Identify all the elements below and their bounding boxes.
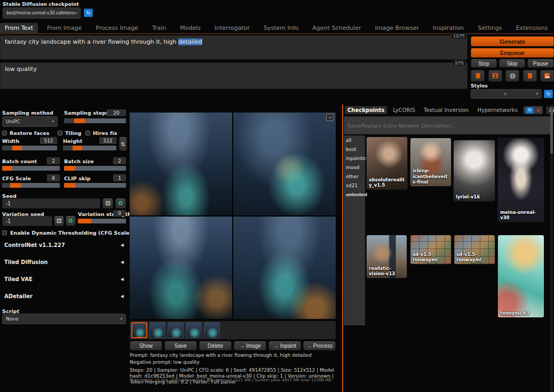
filter-untested[interactable]: untested — [344, 190, 365, 199]
cfg-scale-value[interactable]: 6 — [47, 174, 60, 181]
clear-icon[interactable]: × — [503, 91, 508, 97]
height-value[interactable]: 512 — [99, 137, 116, 144]
accordion-adetailer[interactable]: ADetailer ◀ — [4, 293, 124, 299]
filter-inpainting[interactable]: inpainting — [344, 154, 365, 163]
skip-button[interactable]: Skip — [499, 59, 525, 68]
checkpoint-card-icbinp[interactable]: icbinp-icantbelieveits-final — [410, 138, 452, 187]
swap-dimensions-button[interactable]: ⇅ — [119, 137, 127, 151]
accordion-tiled-diffusion[interactable]: Tiled Diffusion ◀ — [4, 259, 124, 265]
style-apply-button[interactable] — [505, 70, 519, 82]
seed-input[interactable] — [2, 198, 100, 209]
tab-settings[interactable]: Settings — [473, 23, 506, 33]
tab-agent-scheduler[interactable]: Agent Scheduler — [307, 23, 366, 33]
dynamic-thresholding-row[interactable]: Enable Dynamic Thresholding (CFG Scale F… — [2, 230, 143, 236]
generated-image-1[interactable] — [130, 113, 232, 215]
restore-faces-checkbox[interactable] — [2, 131, 7, 135]
checkpoint-card-meina-unreal[interactable]: meina-unreal-v30 — [497, 138, 544, 222]
filter-sd21[interactable]: sd21 — [344, 181, 365, 190]
show-button[interactable]: Show — [130, 341, 162, 350]
enqueue-button[interactable]: Enqueue — [471, 48, 554, 58]
close-image-button[interactable]: × — [326, 114, 334, 121]
hires-fix-checkbox[interactable] — [85, 131, 90, 135]
pause-button[interactable]: Pause — [527, 59, 554, 68]
cfg-scale-slider[interactable] — [2, 183, 60, 188]
negative-prompt-input[interactable]: low quality — [0, 62, 468, 89]
accordion-tiled-vae[interactable]: Tiled VAE ◀ — [4, 276, 124, 282]
network-description-input[interactable] — [344, 116, 552, 134]
filter-all[interactable]: all — [344, 135, 365, 145]
tab-image-browser[interactable]: Image Browser — [370, 23, 424, 33]
generated-image-3[interactable] — [130, 217, 232, 319]
paste-prompt-button[interactable] — [471, 70, 485, 82]
checkpoint-card-toonyou[interactable]: toonyou-b3 — [497, 235, 544, 318]
stop-button[interactable]: Stop — [471, 59, 497, 68]
styles-refresh-button[interactable]: ↻ — [544, 90, 553, 98]
random-variation-seed-button[interactable]: ⚄ — [54, 216, 64, 226]
clip-skip-slider[interactable] — [64, 183, 126, 188]
tiling-checkbox-row[interactable]: Tiling — [58, 130, 81, 136]
batch-size-value[interactable]: 2 — [113, 157, 126, 164]
networks-close-button[interactable]: × — [536, 107, 541, 114]
tab-checkpoints[interactable]: Checkpoints — [345, 106, 387, 114]
delete-button[interactable]: Delete — [199, 341, 232, 350]
reuse-variation-seed-button[interactable]: ♻ — [66, 216, 76, 226]
batch-count-slider[interactable] — [2, 166, 60, 171]
clip-skip-value[interactable]: 1 — [113, 174, 126, 181]
batch-size-slider[interactable] — [64, 166, 126, 171]
width-slider[interactable] — [2, 146, 57, 150]
tab-lycoris[interactable]: LyCORIS — [390, 106, 418, 114]
extra-networks-button[interactable] — [540, 70, 554, 82]
generated-image-grid[interactable] — [130, 113, 336, 319]
networks-refresh-button[interactable]: ↻ — [526, 107, 534, 114]
generated-image-4[interactable] — [233, 217, 336, 319]
gallery-thumbnail-5[interactable] — [204, 322, 220, 338]
tab-interrogator[interactable]: Interrogator — [210, 23, 255, 33]
checkpoint-card-sd15-a[interactable]: sd-v1.5-runwayml — [410, 235, 452, 265]
checkpoint-card-absolutereality[interactable]: absolutereality_v1.5 — [366, 137, 408, 190]
random-seed-button[interactable]: ⚄ — [102, 198, 113, 209]
sampling-steps-value[interactable]: 20 — [107, 109, 126, 116]
tiling-checkbox[interactable] — [58, 131, 62, 135]
tab-system-info[interactable]: System Info — [259, 23, 303, 33]
filter-mood[interactable]: mood — [344, 163, 365, 172]
checkpoint-card-sd15-b[interactable]: sd-v1.5-runwayml — [454, 235, 495, 265]
variation-strength-slider[interactable] — [78, 219, 126, 223]
prompt-input[interactable]: fantasy city landscape with a river flow… — [0, 35, 468, 60]
tab-inspiration[interactable]: Inspiration — [428, 23, 469, 33]
gallery-thumbnail-4[interactable] — [186, 322, 202, 338]
tab-process-image[interactable]: Process Image — [91, 23, 143, 33]
gallery-thumbnail-3[interactable] — [168, 322, 184, 338]
generated-image-2[interactable] — [233, 113, 336, 215]
hires-fix-checkbox-row[interactable]: Hires fix — [85, 130, 117, 136]
variation-seed-input[interactable] — [2, 216, 52, 226]
checkpoint-card-lyriel[interactable]: lyriel-v16 — [453, 140, 495, 202]
batch-count-value[interactable]: 2 — [47, 157, 60, 164]
tab-models[interactable]: Models — [175, 23, 205, 33]
sampling-method-dropdown[interactable]: UniPC ▾ — [2, 116, 58, 127]
networks-scrollbar[interactable] — [550, 105, 553, 392]
sampling-steps-slider[interactable] — [64, 118, 126, 123]
filter-best[interactable]: best — [344, 145, 365, 154]
send-to-process-button[interactable]: → Process — [303, 341, 336, 350]
reuse-seed-button[interactable]: ♻ — [115, 198, 126, 209]
send-to-inpaint-button[interactable]: → Inpaint — [268, 341, 301, 350]
save-style-button[interactable] — [523, 70, 537, 82]
tab-hypernetworks[interactable]: Hypernetworks — [474, 106, 520, 114]
width-value[interactable]: 512 — [40, 137, 57, 144]
scrollbar-thumb[interactable] — [550, 107, 553, 154]
height-slider[interactable] — [63, 146, 116, 150]
generate-button[interactable]: Generate — [471, 36, 554, 46]
script-dropdown[interactable]: None ▾ — [2, 314, 126, 324]
tab-extensions[interactable]: Extensions — [511, 23, 552, 33]
tab-from-text[interactable]: From Text — [0, 23, 38, 33]
checkpoint-card-realistic-vision[interactable]: realistic-vision-v13 — [366, 235, 407, 278]
checkpoint-dropdown[interactable]: best/meina-unreal-v30.safetensors [d1c96… — [3, 7, 81, 19]
save-button[interactable]: Save — [164, 341, 197, 350]
accordion-controlnet[interactable]: ControlNet v1.1.227 ◀ — [4, 242, 124, 248]
tab-from-image[interactable]: From Image — [42, 23, 86, 33]
filter-other[interactable]: other — [344, 172, 365, 181]
restore-faces-checkbox-row[interactable]: Restore faces — [2, 130, 50, 136]
gallery-thumbnail-2[interactable] — [149, 322, 165, 338]
tab-train[interactable]: Train — [147, 23, 171, 33]
dynamic-thresholding-checkbox[interactable] — [2, 230, 7, 235]
